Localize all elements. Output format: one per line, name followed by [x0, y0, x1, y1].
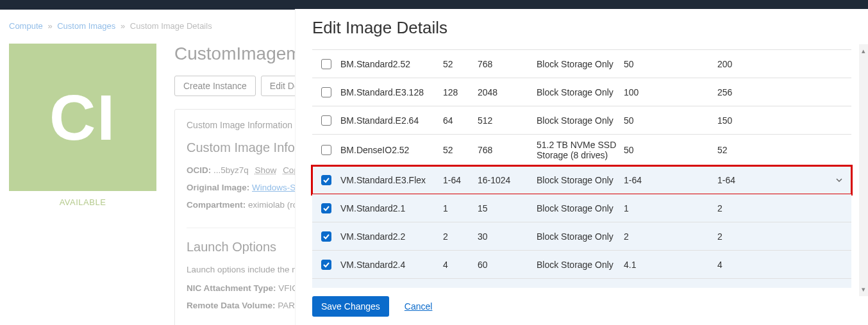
shape-name: VM.Standard2.1	[340, 203, 443, 213]
shape-col-b: 256	[717, 87, 831, 97]
shape-checkbox[interactable]	[321, 115, 331, 126]
shape-col-a: 100	[624, 87, 717, 97]
shape-ocpu: 1	[443, 203, 478, 213]
shape-ocpu: 8	[443, 288, 478, 288]
shape-col-b: 8	[717, 288, 831, 288]
shape-col-b: 1-64	[717, 175, 831, 185]
shape-row[interactable]: BM.Standard.E2.6464512Block Storage Only…	[312, 106, 851, 135]
breadcrumb-custom-images[interactable]: Custom Images	[57, 21, 115, 31]
shape-storage: 51.2 TB NVMe SSD Storage (8 drives)	[537, 140, 624, 160]
shape-ocpu: 52	[443, 145, 478, 155]
shape-col-a: 2	[624, 231, 717, 242]
scroll-up-icon[interactable]: ▴	[862, 44, 865, 58]
shape-row[interactable]: BM.Standard2.5252768Block Storage Only50…	[312, 50, 851, 78]
shape-memory: 2048	[478, 87, 537, 97]
ocid-label: OCID:	[187, 165, 211, 175]
modal-title: Edit Image Details	[296, 9, 868, 49]
shape-col-a: 8.2	[624, 288, 717, 288]
shape-memory: 15	[478, 203, 537, 213]
shape-memory: 30	[478, 231, 537, 242]
shape-ocpu: 128	[443, 87, 478, 97]
shape-checkbox[interactable]	[321, 203, 331, 213]
remote-vol-label: Remote Data Volume:	[187, 301, 276, 310]
modal-footer: Save Changes Cancel	[296, 288, 868, 325]
shape-col-a: 50	[624, 59, 717, 69]
shape-col-a: 4.1	[624, 260, 717, 270]
nic-label: NIC Attachment Type:	[187, 283, 276, 293]
shape-memory: 120	[478, 288, 537, 288]
shape-checkbox[interactable]	[321, 87, 331, 97]
shape-memory: 16-1024	[478, 175, 537, 185]
shape-row[interactable]: VM.Standard2.2230Block Storage Only22	[312, 222, 851, 251]
shape-checkbox[interactable]	[321, 145, 331, 155]
shape-col-a: 50	[624, 115, 717, 126]
original-image-label: Original Image:	[187, 183, 249, 192]
shape-memory: 768	[478, 59, 537, 69]
shape-col-b: 200	[717, 59, 831, 69]
compartment-label: Compartment:	[187, 200, 246, 210]
shape-name: VM.Standard.E3.Flex	[340, 175, 443, 185]
shape-row[interactable]: VM.Standard2.4460Block Storage Only4.14	[312, 251, 851, 279]
shape-row[interactable]: VM.Standard.E3.Flex1-6416-1024Block Stor…	[312, 166, 851, 194]
edit-image-modal: Edit Image Details BM.Standard2.5252768B…	[295, 9, 868, 325]
cancel-button[interactable]: Cancel	[405, 301, 433, 312]
shape-memory: 768	[478, 145, 537, 155]
shape-memory: 60	[478, 260, 537, 270]
shape-name: BM.Standard.E3.128	[340, 87, 443, 97]
chevron-down-icon[interactable]	[831, 176, 847, 184]
breadcrumb-compute[interactable]: Compute	[9, 21, 43, 31]
shape-storage: Block Storage Only	[537, 260, 624, 270]
create-instance-button[interactable]: Create Instance	[174, 76, 256, 96]
shape-checkbox[interactable]	[321, 231, 331, 242]
ocid-show-link[interactable]: Show	[255, 165, 277, 175]
shape-ocpu: 4	[443, 260, 478, 270]
shape-col-b: 52	[717, 145, 831, 155]
image-tile: CI	[9, 44, 156, 191]
shape-ocpu: 2	[443, 231, 478, 242]
shapes-table: BM.Standard2.5252768Block Storage Only50…	[312, 49, 851, 288]
shape-col-b: 150	[717, 115, 831, 126]
shape-checkbox[interactable]	[321, 175, 331, 185]
breadcrumb-current: Custom Image Details	[130, 21, 212, 31]
shape-ocpu: 64	[443, 115, 478, 126]
shape-name: VM.Standard2.2	[340, 231, 443, 242]
ocid-value: ...5byz7q	[213, 165, 249, 175]
modal-body[interactable]: BM.Standard2.5252768Block Storage Only50…	[296, 49, 868, 288]
shape-checkbox[interactable]	[321, 59, 331, 69]
shape-col-a: 50	[624, 145, 717, 155]
shape-storage: Block Storage Only	[537, 175, 624, 185]
shape-checkbox[interactable]	[321, 288, 331, 288]
scroll-down-icon[interactable]: ▾	[862, 283, 865, 296]
shape-storage: Block Storage Only	[537, 203, 624, 213]
breadcrumb-sep-icon: »	[47, 21, 52, 31]
shape-storage: Block Storage Only	[537, 288, 624, 288]
shape-col-a: 1	[624, 203, 717, 213]
shape-storage: Block Storage Only	[537, 59, 624, 69]
shape-storage: Block Storage Only	[537, 115, 624, 126]
shape-memory: 512	[478, 115, 537, 126]
shape-row[interactable]: VM.Standard2.1115Block Storage Only12	[312, 194, 851, 222]
shape-storage: Block Storage Only	[537, 231, 624, 242]
status-badge: AVAILABLE	[60, 197, 106, 207]
shape-row[interactable]: BM.DenseIO2.525276851.2 TB NVMe SSD Stor…	[312, 135, 851, 166]
shape-checkbox[interactable]	[321, 260, 331, 270]
image-preview-column: CI AVAILABLE	[9, 44, 156, 325]
shape-name: VM.Standard2.4	[340, 260, 443, 270]
modal-scrollbar[interactable]: ▴ ▾	[859, 44, 868, 296]
save-changes-button[interactable]: Save Changes	[312, 296, 389, 317]
shape-row[interactable]: BM.Standard.E3.1281282048Block Storage O…	[312, 78, 851, 106]
scroll-thumb[interactable]	[861, 58, 866, 283]
shape-name: BM.DenseIO2.52	[340, 145, 443, 155]
shape-col-a: 1-64	[624, 175, 717, 185]
shape-col-b: 2	[717, 231, 831, 242]
shape-ocpu: 52	[443, 59, 478, 69]
shape-ocpu: 1-64	[443, 175, 478, 185]
top-banner	[0, 0, 868, 10]
shape-name: VM.Standard2.8	[340, 288, 443, 288]
shape-name: BM.Standard.E2.64	[340, 115, 443, 126]
shape-storage: Block Storage Only	[537, 87, 624, 97]
shape-col-b: 4	[717, 260, 831, 270]
shape-name: BM.Standard2.52	[340, 59, 443, 69]
breadcrumb-sep-icon: »	[121, 21, 125, 31]
shape-row[interactable]: VM.Standard2.88120Block Storage Only8.28	[312, 279, 851, 288]
